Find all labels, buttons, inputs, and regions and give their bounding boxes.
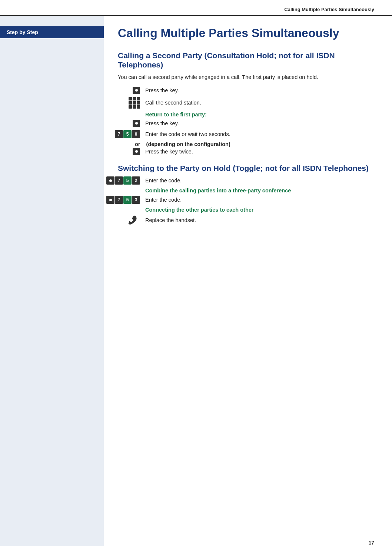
instruction-text-3: Press the key. (145, 120, 374, 126)
subsection-label-2: Combine the calling parties into a three… (145, 188, 374, 193)
page-header: Calling Multiple Parties Simultaneously (0, 0, 392, 16)
instruction-row-code750: 7 5 0 Enter the code or wait two seconds… (118, 130, 374, 138)
code-750-icon: 7 5 0 (118, 130, 140, 138)
subsection-label-3: Connecting the other parties to each oth… (145, 207, 374, 213)
code-box-0: 0 (132, 130, 140, 138)
instruction-row-press-twice: Press the key twice. (118, 148, 374, 155)
key-round-3 (133, 148, 140, 155)
keypad-icon-cell (118, 97, 140, 109)
handset-icon-cell (118, 215, 140, 225)
key-round-icon-3 (118, 148, 140, 155)
code-box-2: 2 (132, 176, 140, 185)
instruction-text: Press the key. (145, 87, 374, 93)
page-layout: Step by Step Calling Multiple Parties Si… (0, 16, 392, 546)
main-content: Calling Multiple Parties Simultaneously … (104, 16, 392, 546)
instruction-text-5: Press the key twice. (145, 149, 374, 155)
key-dot-3 (135, 150, 138, 153)
code-box-7-2: 7 (115, 176, 123, 185)
code-key-0753: 7 5 3 (106, 196, 140, 204)
code-box-7-3: 7 (115, 196, 123, 204)
code-box-7: 7 (115, 130, 123, 138)
subsection-label-1: Return to the first party: (145, 112, 374, 118)
page-number: 17 (368, 540, 374, 546)
code-0752-icon: 7 5 2 (118, 176, 140, 185)
code-key-0752: 7 5 2 (106, 176, 140, 185)
key-dot-2 (135, 122, 138, 125)
code-box-dot-0752 (106, 176, 114, 185)
code-box-dot-0753 (106, 196, 114, 204)
sidebar: Step by Step (0, 16, 104, 546)
code-key-750: 7 5 0 (115, 130, 140, 138)
instruction-row-keypad: Call the second station. (118, 97, 374, 109)
key-dot (135, 89, 138, 92)
or-label: or (depending on the configuration) (135, 141, 374, 147)
key-round-2 (133, 120, 140, 127)
code-box-3: 3 (132, 196, 140, 204)
instruction-text-2: Call the second station. (145, 100, 374, 106)
keypad-icon (129, 97, 140, 109)
instruction-row-handset: Replace the handset. (118, 215, 374, 225)
instruction-text-4: Enter the code or wait two seconds. (145, 131, 374, 137)
section1-desc: You can call a second party while engage… (118, 73, 374, 82)
instruction-text-7: Enter the code. (145, 197, 374, 203)
section1-title: Calling a Second Party (Consultation Hol… (118, 51, 374, 70)
key-round-icon (118, 87, 140, 94)
code-box-5-2: 5 (123, 176, 132, 185)
instruction-row-press1: Press the key. (118, 120, 374, 127)
instruction-row: Press the key. (118, 87, 374, 94)
section2-title: Switching to the Party on Hold (Toggle; … (118, 163, 374, 173)
header-title: Calling Multiple Parties Simultaneously (284, 7, 374, 12)
key-round-icon-2 (118, 120, 140, 127)
sidebar-label: Step by Step (0, 26, 104, 38)
instruction-text-6: Enter the code. (145, 178, 374, 183)
instruction-row-code0753: 7 5 3 Enter the code. (118, 196, 374, 204)
instruction-row-code0752: 7 5 2 Enter the code. (118, 176, 374, 185)
code-0753-icon: 7 5 3 (118, 196, 140, 204)
instruction-text-8: Replace the handset. (145, 217, 374, 223)
code-box-5: 5 (123, 130, 132, 138)
main-title: Calling Multiple Parties Simultaneously (118, 26, 374, 40)
code-box-5-3: 5 (123, 196, 132, 204)
key-round (133, 87, 140, 94)
handset-icon (126, 215, 140, 225)
